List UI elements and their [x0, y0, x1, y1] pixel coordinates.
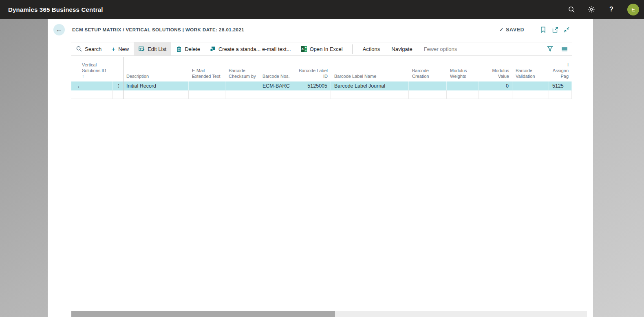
search-icon[interactable] — [567, 5, 576, 13]
cell-email-extended-text[interactable] — [189, 81, 225, 90]
empty-cell[interactable] — [331, 90, 409, 99]
view-controls — [546, 45, 569, 53]
column-header-modulus-weights[interactable]: Modulus Weights — [447, 68, 479, 81]
page-card: ← ECM SETUP MATRIX / VERTICAL SOLUTIONS … — [48, 19, 593, 317]
column-header-barcode-checksum-by[interactable]: Barcode Checksum by — [225, 68, 259, 81]
grid-header-row: Vertical Solutions ID ↑ Description E-Ma… — [71, 57, 572, 81]
column-header-barcode-validation[interactable]: Barcode Validation — [512, 68, 549, 81]
action-toolbar: Search + New Edit List Delete Create a s… — [71, 42, 572, 56]
save-status: ✓ SAVED — [499, 26, 524, 33]
cell-modulus-weights[interactable] — [447, 81, 479, 90]
save-status-label: SAVED — [506, 27, 524, 33]
cell-barcode-label-name[interactable]: Barcode Label Journal — [331, 81, 409, 90]
list-grid: Vertical Solutions ID ↑ Description E-Ma… — [71, 57, 572, 99]
empty-cell[interactable] — [123, 90, 189, 99]
back-arrow-icon: ← — [56, 26, 62, 33]
topbar-actions: ? E — [567, 0, 639, 19]
empty-cell[interactable] — [71, 90, 113, 99]
cell-description[interactable]: Initial Record — [123, 81, 189, 90]
open-in-new-window-icon[interactable] — [551, 26, 559, 33]
empty-cell[interactable] — [113, 90, 123, 99]
empty-cell[interactable] — [294, 90, 331, 99]
list-view-icon[interactable] — [560, 45, 569, 53]
column-header-assignment-page-clipped[interactable]: I Assignn Pag — [549, 62, 572, 81]
row-selector-cell[interactable]: → — [71, 81, 113, 90]
cell-barcode-label-id[interactable]: 5125005 — [294, 81, 331, 90]
toolbar-delete-button[interactable]: Delete — [171, 42, 205, 55]
horizontal-scrollbar-track[interactable] — [71, 311, 587, 317]
horizontal-scrollbar-thumb[interactable] — [71, 311, 335, 317]
column-header-vertical-solutions-id[interactable]: Vertical Solutions ID ↑ — [71, 62, 113, 81]
edit-list-icon — [139, 46, 145, 52]
sort-ascending-icon: ↑ — [82, 73, 110, 79]
back-button[interactable]: ← — [53, 24, 65, 35]
toolbar-navigate-menu[interactable]: Navigate — [386, 42, 418, 55]
toolbar-new-button[interactable]: + New — [106, 42, 134, 55]
empty-cell[interactable] — [549, 90, 572, 99]
cell-barcode-nos[interactable]: ECM-BARC — [259, 81, 294, 90]
plus-icon: + — [111, 46, 115, 53]
cell-barcode-creation[interactable] — [409, 81, 447, 90]
cell-assignment-page-clipped[interactable]: 5125 — [549, 81, 572, 90]
bookmark-icon[interactable] — [539, 26, 547, 33]
empty-cell[interactable] — [512, 90, 549, 99]
toolbar-search-button[interactable]: Search — [71, 42, 106, 55]
frozen-pane-divider — [123, 57, 124, 99]
empty-cell[interactable] — [225, 90, 259, 99]
cell-modulus-value[interactable]: 0 — [479, 81, 512, 90]
check-icon: ✓ — [499, 26, 504, 33]
toolbar-edit-list-button[interactable]: Edit List — [134, 42, 171, 55]
top-navigation-bar: Dynamics 365 Business Central ? E — [0, 0, 644, 19]
column-header-barcode-label-id[interactable]: Barcode Label ID — [294, 68, 331, 81]
empty-cell[interactable] — [259, 90, 294, 99]
column-header-barcode-creation[interactable]: Barcode Creation — [409, 68, 447, 81]
empty-cell[interactable] — [447, 90, 479, 99]
toolbar-create-standard-email-text-button[interactable]: Create a standa... e-mail text... — [205, 42, 296, 55]
table-row-empty[interactable] — [71, 90, 572, 99]
column-header-email-extended-text[interactable]: E-Mail Extended Text — [189, 68, 225, 81]
help-icon[interactable]: ? — [607, 5, 615, 13]
cell-barcode-checksum-by[interactable] — [225, 81, 259, 90]
trash-icon — [176, 46, 182, 52]
avatar-initial: E — [631, 7, 635, 13]
table-row-selected[interactable]: → ⋮ Initial Record ECM-BARC 5125005 Barc… — [71, 81, 572, 90]
filter-icon[interactable] — [546, 45, 554, 53]
cell-barcode-validation[interactable] — [512, 81, 549, 90]
ellipsis-menu-icon: ⋮ — [116, 83, 121, 89]
column-header-barcode-nos[interactable]: Barcode Nos. — [259, 73, 294, 81]
row-menu-cell[interactable]: ⋮ — [113, 81, 123, 90]
excel-icon: X — [301, 46, 307, 52]
user-avatar[interactable]: E — [627, 4, 639, 15]
current-row-arrow-icon: → — [75, 83, 80, 89]
empty-cell[interactable] — [409, 90, 447, 99]
empty-cell[interactable] — [189, 90, 225, 99]
column-header-modulus-value[interactable]: Modulus Value — [479, 68, 512, 81]
page-title: ECM SETUP MATRIX / VERTICAL SOLUTIONS | … — [72, 27, 244, 32]
column-header-description[interactable]: Description — [123, 73, 189, 81]
collapse-window-icon[interactable] — [563, 26, 570, 33]
toolbar-fewer-options-button[interactable]: Fewer options — [418, 42, 463, 55]
toolbar-separator — [352, 44, 353, 54]
app-title: Dynamics 365 Business Central — [8, 6, 103, 13]
column-header-barcode-label-name[interactable]: Barcode Label Name — [331, 73, 409, 81]
empty-cell[interactable] — [479, 90, 512, 99]
toolbar-actions-menu[interactable]: Actions — [357, 42, 386, 55]
create-standard-email-text-icon — [210, 46, 216, 52]
toolbar-open-in-excel-button[interactable]: X Open in Excel — [296, 42, 348, 55]
settings-gear-icon[interactable] — [587, 5, 595, 13]
search-icon — [76, 46, 82, 52]
